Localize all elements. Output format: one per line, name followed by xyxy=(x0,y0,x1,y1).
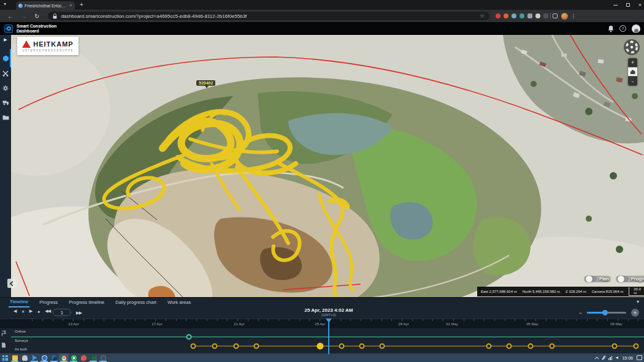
help-icon[interactable]: ? xyxy=(619,25,626,32)
media-app-taskbar-icon[interactable] xyxy=(29,353,39,362)
tab-progress-timeline[interactable]: Progress timeline xyxy=(67,298,105,307)
excel-taskbar-icon[interactable] xyxy=(88,353,98,362)
browser-menu-icon[interactable]: ⋮ xyxy=(570,13,576,19)
survey-marker[interactable] xyxy=(339,344,345,349)
record-button[interactable]: ● xyxy=(37,309,40,314)
extension-blue-icon[interactable] xyxy=(512,13,516,18)
machine-id-label[interactable]: 520402 xyxy=(196,80,215,86)
browser-tab[interactable]: Friedrichsthal Ertüchtigung Be × xyxy=(16,1,75,10)
compass-control[interactable] xyxy=(623,39,640,56)
playhead-line[interactable] xyxy=(328,322,329,354)
slider-track[interactable] xyxy=(587,312,626,314)
progress-toggle[interactable]: Progress xyxy=(616,276,644,282)
zoom-out-button[interactable]: - xyxy=(628,77,637,86)
maximize-button[interactable] xyxy=(626,3,630,7)
slider-handle[interactable] xyxy=(602,310,608,315)
survey-marker[interactable] xyxy=(528,344,534,349)
survey-marker[interactable] xyxy=(550,344,555,349)
survey-marker[interactable] xyxy=(234,344,239,349)
pen-input-icon[interactable] xyxy=(602,355,606,360)
cloud-app-taskbar-icon[interactable] xyxy=(20,353,29,362)
map-corner-widget[interactable] xyxy=(7,279,17,288)
page-number-input[interactable] xyxy=(53,309,71,316)
machines-truck-icon[interactable] xyxy=(2,99,9,106)
extension-grey-icon[interactable] xyxy=(527,13,532,18)
survey-marker[interactable] xyxy=(634,344,639,349)
tab-close-icon[interactable]: × xyxy=(69,3,72,8)
panel-collapse-icon[interactable]: ▾ xyxy=(637,299,639,304)
address-bar[interactable]: dashboard.smartconstruction.com/?project… xyxy=(48,12,489,20)
survey-marker-selected[interactable] xyxy=(317,343,324,350)
side-panel-icon[interactable] xyxy=(553,13,558,18)
tab-timeline[interactable]: Timeline xyxy=(9,298,29,307)
whatsapp-taskbar-icon[interactable] xyxy=(69,353,79,362)
navy-app-taskbar-icon[interactable] xyxy=(49,353,59,362)
bookmark-star-icon[interactable]: ☆ xyxy=(480,13,485,19)
view-mode-building-icon[interactable] xyxy=(628,67,637,77)
survey-marker[interactable] xyxy=(612,344,618,349)
extension-orange-icon[interactable] xyxy=(504,13,508,18)
map-viewport[interactable]: 520402 ▶ HEITKAMP xyxy=(0,35,644,297)
cut-fill-icon[interactable] xyxy=(2,70,9,77)
layers-cube-icon[interactable] xyxy=(2,55,9,62)
teamviewer-taskbar-icon[interactable] xyxy=(39,353,49,362)
back-button[interactable]: ← xyxy=(7,13,13,20)
clock[interactable]: 15:06 xyxy=(622,356,633,360)
orange-app-taskbar-icon[interactable] xyxy=(79,353,88,362)
survey-marker[interactable] xyxy=(380,344,385,349)
settings-gear-icon[interactable] xyxy=(2,85,9,91)
slider-minus-button[interactable]: − xyxy=(579,310,582,316)
files-folder-icon[interactable] xyxy=(2,114,9,121)
survey-marker[interactable] xyxy=(486,344,492,349)
axis-tick xyxy=(443,319,443,321)
forward-button[interactable]: → xyxy=(21,13,27,20)
axis-tick xyxy=(484,319,485,321)
survey-marker[interactable] xyxy=(507,344,512,349)
east-coordinate: East 2,577,686.914 m xyxy=(481,290,517,293)
extension-red-icon[interactable] xyxy=(496,13,500,18)
skip-end-button[interactable]: ▶▶ xyxy=(76,311,82,315)
minimize-button[interactable] xyxy=(613,5,618,6)
stop-button[interactable]: ■ xyxy=(21,309,24,314)
playhead-marker[interactable] xyxy=(326,319,332,323)
dark-app-taskbar-icon[interactable] xyxy=(98,353,108,362)
action-center-icon[interactable] xyxy=(637,355,642,360)
survey-marker[interactable] xyxy=(359,344,365,349)
browser-profile-avatar[interactable] xyxy=(561,13,568,20)
tab-progress[interactable]: Progress xyxy=(38,298,59,307)
ortho-marker[interactable] xyxy=(186,334,192,340)
sidebar-expand-icon[interactable]: ▶ xyxy=(4,37,7,42)
tab-search-chevron-icon[interactable]: ▾ xyxy=(4,1,6,7)
tab-work-areas[interactable]: Work areas xyxy=(166,298,192,307)
skip-start-button[interactable]: ◀◀ xyxy=(45,309,50,314)
slider-plus-button[interactable]: + xyxy=(631,309,639,317)
network-icon[interactable] xyxy=(608,356,613,360)
survey-marker[interactable] xyxy=(191,344,196,349)
extension-beige-icon[interactable] xyxy=(535,13,540,18)
url-text: dashboard.smartconstruction.com/?project… xyxy=(61,13,476,19)
chrome-taskbar-icon[interactable] xyxy=(59,353,69,362)
start-taskbar-icon[interactable] xyxy=(0,353,10,362)
zoom-in-button[interactable]: + xyxy=(628,58,637,67)
survey-marker[interactable] xyxy=(212,344,218,349)
plan-toggle-switch[interactable] xyxy=(586,276,597,282)
bookmark-flag-icon[interactable] xyxy=(1,331,7,336)
extension-dark-icon[interactable] xyxy=(543,13,548,18)
file-explorer-taskbar-icon[interactable] xyxy=(10,353,20,362)
survey-marker[interactable] xyxy=(254,344,259,349)
step-back-button[interactable]: ◀ xyxy=(13,309,17,314)
tray-expand-icon[interactable] xyxy=(595,356,599,361)
tab-daily-progress-chart[interactable]: Daily progress chart xyxy=(114,298,158,307)
notifications-bell-icon[interactable] xyxy=(608,25,614,32)
plan-toggle[interactable]: Plan xyxy=(584,276,611,282)
close-button[interactable]: × xyxy=(638,2,642,8)
extension-teal-icon[interactable] xyxy=(519,13,524,18)
progress-toggle-switch[interactable] xyxy=(618,276,629,282)
document-icon[interactable] xyxy=(1,342,6,348)
timeline-axis[interactable]: 13 Apr17 Apr21 Apr25 Apr28 Apr01 May05 M… xyxy=(0,319,644,328)
user-avatar[interactable] xyxy=(632,25,640,33)
play-button[interactable]: ▶ xyxy=(29,309,33,314)
volume-icon[interactable] xyxy=(616,356,618,360)
new-tab-button[interactable]: + xyxy=(80,2,83,8)
reload-button[interactable]: ↻ xyxy=(34,13,39,20)
